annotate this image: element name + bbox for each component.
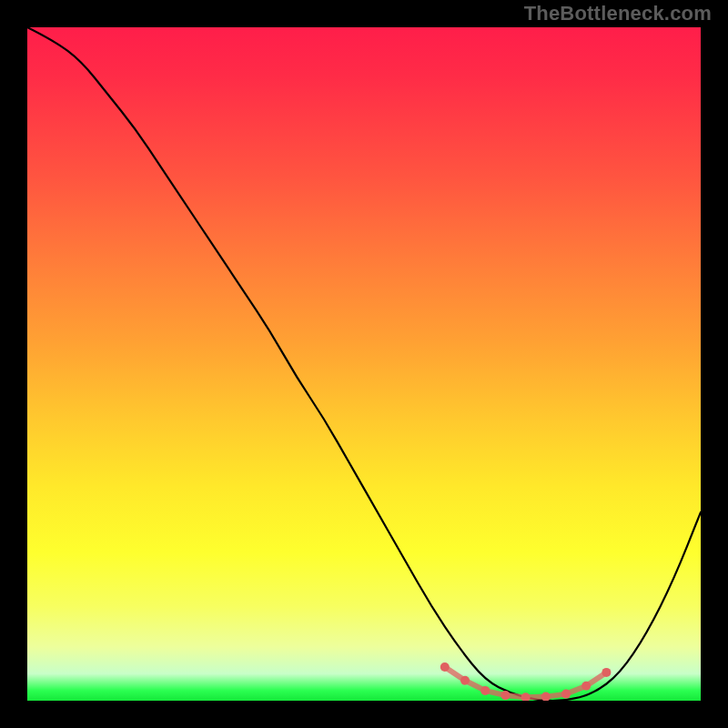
marker-dot [480,686,490,695]
optimal-zone-markers [27,27,701,701]
plot-area [27,27,701,701]
marker-dot [581,682,591,691]
marker-dot [602,668,611,677]
marker-dot [561,690,571,699]
marker-dot [541,693,551,701]
marker-dot [460,676,470,685]
marker-dot [440,662,450,672]
chart-frame: TheBottleneck.com [0,0,728,728]
watermark-text: TheBottleneck.com [524,2,712,25]
marker-group [440,662,612,701]
marker-dot [521,693,531,701]
marker-dot [500,691,510,700]
